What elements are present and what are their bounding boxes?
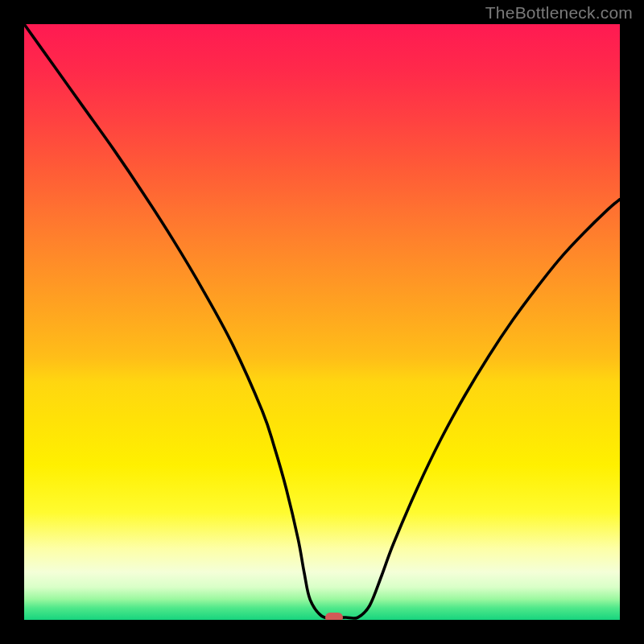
watermark-text: TheBottleneck.com xyxy=(485,3,633,23)
minimum-marker xyxy=(325,613,343,620)
chart-frame: TheBottleneck.com xyxy=(0,0,644,644)
plot-area xyxy=(24,24,620,620)
curve-path xyxy=(24,24,620,618)
bottleneck-curve xyxy=(24,24,620,620)
